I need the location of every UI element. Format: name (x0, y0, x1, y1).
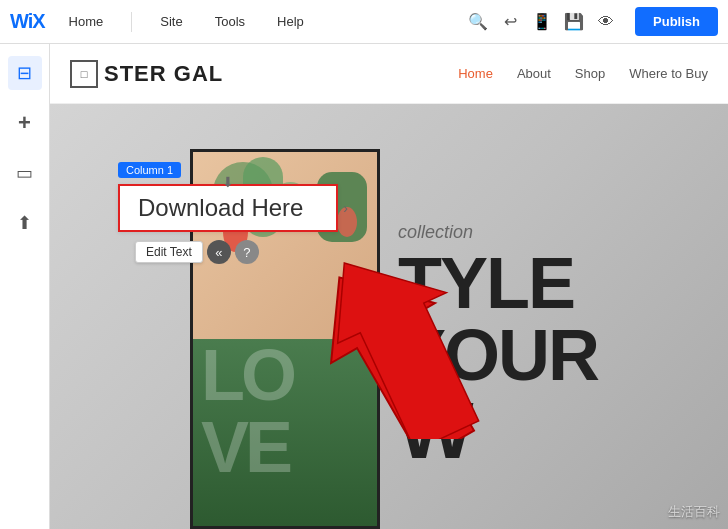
left-sidebar: ⊟ + ▭ ⬆ (0, 44, 50, 529)
edit-text-bar: Edit Text « ? (135, 240, 259, 264)
collection-text: collection (398, 222, 728, 243)
wix-logo: WiX (10, 10, 45, 33)
media-tool[interactable]: ▭ (8, 156, 42, 190)
nav-shop[interactable]: Shop (575, 66, 605, 81)
edit-icon-circle[interactable]: « (207, 240, 231, 264)
download-arrow-right-icon: › (343, 200, 348, 216)
watermark: 生活百科 (668, 503, 720, 521)
website-logo-text: STER GAL (104, 61, 223, 87)
editor-area: ⊟ + ▭ ⬆ □ STER GAL Home About Shop Where… (0, 44, 728, 529)
edit-text-button[interactable]: Edit Text (135, 241, 203, 263)
help-menu[interactable]: Help (269, 10, 312, 33)
eye-icon[interactable]: 👁 (595, 11, 617, 33)
download-arrow-top-icon: ⬇ (222, 174, 234, 190)
logo-box: □ (70, 60, 98, 88)
canvas-area: □ STER GAL Home About Shop Where to Buy (50, 44, 728, 529)
toolbar-icons: 🔍 ↩ 📱 💾 👁 Publish (467, 7, 718, 36)
right-text-area: collection TYLE YOUR W (378, 164, 728, 529)
website-content: □ STER GAL Home About Shop Where to Buy (50, 44, 728, 529)
big-text-w: W (398, 391, 728, 471)
toolbar: WiX Home Site Tools Help 🔍 ↩ 📱 💾 👁 Publi… (0, 0, 728, 44)
nav-home[interactable]: Home (458, 66, 493, 81)
website-nav-links: Home About Shop Where to Buy (458, 66, 708, 81)
column-tag: Column 1 (118, 162, 181, 178)
tools-menu[interactable]: Tools (207, 10, 253, 33)
download-box[interactable]: ⬇ Download Here › (118, 184, 338, 232)
add-tool[interactable]: + (8, 106, 42, 140)
publish-button[interactable]: Publish (635, 7, 718, 36)
download-button-label[interactable]: Download Here (138, 194, 303, 222)
upload-tool[interactable]: ⬆ (8, 206, 42, 240)
device-icon[interactable]: 📱 (531, 11, 553, 33)
toolbar-divider (131, 12, 132, 32)
big-text-tyle: TYLE (398, 247, 728, 319)
download-btn-container[interactable]: ⬇ Download Here › (118, 184, 338, 232)
home-menu[interactable]: Home (61, 10, 112, 33)
undo-icon[interactable]: ↩ (499, 11, 521, 33)
site-menu[interactable]: Site (152, 10, 190, 33)
nav-where-to-buy[interactable]: Where to Buy (629, 66, 708, 81)
big-text-your: YOUR (398, 319, 728, 391)
search-icon[interactable]: 🔍 (467, 11, 489, 33)
website-nav: □ STER GAL Home About Shop Where to Buy (50, 44, 728, 104)
nav-about[interactable]: About (517, 66, 551, 81)
save-icon[interactable]: 💾 (563, 11, 585, 33)
layers-tool[interactable]: ⊟ (8, 56, 42, 90)
help-icon-circle[interactable]: ? (235, 240, 259, 264)
